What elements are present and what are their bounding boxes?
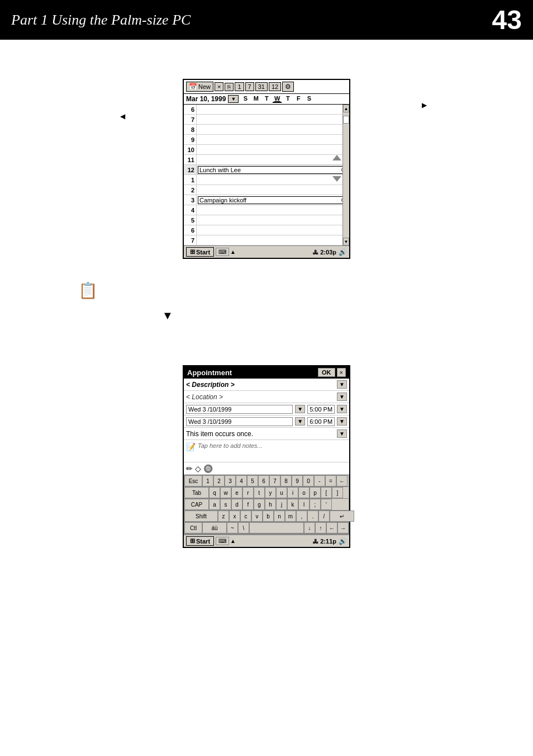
appt-notes-row[interactable]: 📝 Tap here to add notes... [184,440,349,462]
key-0[interactable]: 0 [303,475,314,486]
time-content-4[interactable] [196,205,349,215]
key-quote[interactable]: ' [321,499,332,510]
keyboard-icon-btn[interactable]: ⌨ [216,248,229,256]
appt-start-button[interactable]: ⊞ Start [186,536,214,546]
key-semicolon[interactable]: ; [310,499,321,510]
time-content-5[interactable] [196,215,349,225]
view-12-button[interactable]: 12 [269,82,281,91]
date-dropdown[interactable]: ▼ [228,95,239,103]
key-shift[interactable]: Shift [184,511,218,522]
event-campaign[interactable]: Campaign kickoff ⊙ [198,196,347,204]
view-31-button[interactable]: 31 [255,82,268,91]
appt-start-time[interactable]: 5:00 PM [307,405,335,414]
key-4[interactable]: 4 [236,475,247,486]
time-content-10[interactable] [196,145,349,154]
key-y[interactable]: y [265,487,276,498]
time-content-1[interactable] [196,175,349,185]
key-7[interactable]: 7 [269,475,280,486]
time-content-9[interactable] [196,135,349,144]
key-k[interactable]: k [287,499,298,510]
scroll-down[interactable]: ▼ [343,238,349,245]
key-j[interactable]: j [276,499,287,510]
key-p[interactable]: p [310,487,321,498]
extra-tool[interactable]: 🔘 [203,464,213,473]
event-lunch[interactable]: Lunch with Lee ⊙ [198,166,347,174]
end-date-arrow[interactable]: ▼ [295,417,305,426]
key-left[interactable]: ← [326,522,337,533]
key-o[interactable]: o [298,487,310,498]
appt-description-field[interactable]: < Description > [186,381,337,389]
time-content-11[interactable] [196,155,349,164]
key-n[interactable]: n [274,511,285,522]
key-b[interactable]: b [263,511,274,522]
appt-close-button[interactable]: × [337,368,346,377]
copy-button[interactable]: ⎘ [225,83,234,91]
key-r[interactable]: r [242,487,254,498]
key-9[interactable]: 9 [292,475,303,486]
key-lbracket[interactable]: [ [321,487,332,498]
time-content-7b[interactable] [196,235,349,245]
options-button[interactable]: ⚙ [282,82,294,92]
key-6[interactable]: 6 [258,475,269,486]
key-backslash[interactable]: \ [238,522,249,533]
key-d[interactable]: d [231,499,242,510]
key-z[interactable]: z [218,511,229,522]
key-cap[interactable]: CAP [184,499,209,510]
time-content-3[interactable]: Campaign kickoff ⊙ [196,195,349,205]
start-time-arrow[interactable]: ▼ [337,405,347,413]
appt-start-date[interactable]: Wed 3 /10/1999 [186,405,293,414]
scrollbar[interactable]: ▲ ▼ [342,105,349,245]
new-button[interactable]: 📅 New [186,82,213,92]
start-date-arrow[interactable]: ▼ [295,405,305,413]
scroll-up[interactable]: ▲ [343,105,349,112]
appt-notes-placeholder[interactable]: Tap here to add notes... [198,442,263,449]
key-equals[interactable]: = [325,475,336,486]
key-tilde[interactable]: ~ [227,522,238,533]
key-8[interactable]: 8 [280,475,292,486]
key-f[interactable]: f [242,499,254,510]
key-ctl[interactable]: Ctl [184,522,202,533]
key-a[interactable]: a [209,499,220,510]
key-right[interactable]: → [337,522,349,533]
appt-keyboard-icon[interactable]: ⌨ [216,537,229,545]
key-period[interactable]: . [307,511,318,522]
key-esc[interactable]: Esc [184,475,202,486]
delete-button[interactable]: × [215,82,223,91]
appt-location-row[interactable]: < Location > ▼ [184,391,349,403]
key-l[interactable]: l [298,499,310,510]
key-g[interactable]: g [254,499,265,510]
key-5[interactable]: 5 [247,475,258,486]
key-e[interactable]: e [231,487,242,498]
key-t[interactable]: t [254,487,265,498]
key-c[interactable]: c [240,511,251,522]
key-h[interactable]: h [265,499,276,510]
appt-end-date[interactable]: Wed 3 /10/1999 [186,417,293,426]
view-1-button[interactable]: 1 [235,82,244,91]
key-s[interactable]: s [220,499,231,510]
key-m[interactable]: m [285,511,296,522]
recurrence-dropdown[interactable]: ▼ [337,429,347,438]
key-rbracket[interactable]: ] [332,487,343,498]
time-content-2[interactable] [196,185,349,195]
appt-recurrence-row[interactable]: This item occurs once. ▼ [184,428,349,440]
time-content-7[interactable] [196,115,349,124]
key-accent[interactable]: áü [202,522,227,533]
description-dropdown[interactable]: ▼ [337,380,347,389]
time-content-6[interactable] [196,105,349,114]
key-u[interactable]: u [276,487,287,498]
key-comma[interactable]: , [296,511,307,522]
time-content-12[interactable]: Lunch with Lee ⊙ [196,165,349,174]
key-x[interactable]: x [229,511,240,522]
key-slash[interactable]: / [318,511,330,522]
location-dropdown[interactable]: ▼ [337,393,347,401]
key-1[interactable]: 1 [202,475,213,486]
key-3[interactable]: 3 [225,475,236,486]
key-enter[interactable]: ↵ [330,511,354,522]
start-button[interactable]: ⊞ Start [186,247,214,257]
key-2[interactable]: 2 [213,475,225,486]
time-content-6b[interactable] [196,225,349,235]
end-time-arrow[interactable]: ▼ [337,417,347,426]
cal-day-W[interactable]: W [273,95,282,103]
time-content-8[interactable] [196,125,349,134]
key-i[interactable]: i [287,487,298,498]
